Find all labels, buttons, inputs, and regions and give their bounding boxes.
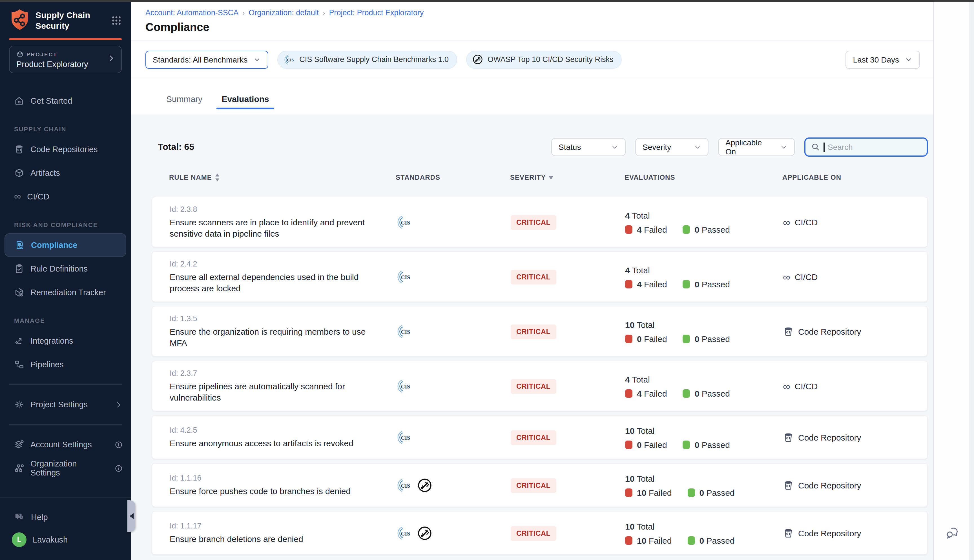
sidebar-item-get-started[interactable]: Get Started	[0, 89, 131, 113]
breadcrumb-separator-icon: ›	[323, 9, 325, 17]
sidebar-item-remediation-tracker[interactable]: Remediation Tracker	[0, 280, 131, 304]
tabs: Summary Evaluations	[131, 78, 933, 113]
code-repository-icon	[783, 528, 794, 538]
search-input[interactable]	[828, 143, 912, 152]
sidebar-item-organization-settings[interactable]: Organization Settings	[0, 456, 131, 480]
rule-row-id-2-3-8[interactable]: Id: 2.3.8 Ensure scanners are in place t…	[152, 197, 928, 247]
column-header-applicable-on: APPLICABLE ON	[782, 173, 917, 182]
table-toolbar: Total: 65 Status Severity Applicable On	[152, 137, 928, 157]
chevron-down-icon	[905, 55, 912, 63]
cicd-infinity-icon: ∞	[783, 382, 790, 390]
rule-id: Id: 2.3.7	[170, 369, 380, 377]
rule-name-cell: Id: 1.1.16 Ensure force pushes code to b…	[170, 474, 396, 497]
rule-name: Ensure the organization is requiring mem…	[170, 326, 380, 349]
failed-square-icon	[625, 488, 632, 497]
help-chat-icon: ?	[14, 512, 25, 523]
standards-cell: CIS	[396, 526, 511, 541]
severity-filter-dropdown[interactable]: Severity	[635, 138, 709, 156]
search-field[interactable]	[804, 137, 928, 157]
sidebar-item-account-settings[interactable]: Account Settings	[0, 433, 131, 456]
severity-cell: CRITICAL	[511, 526, 625, 540]
sidebar-item-compliance[interactable]: Compliance	[5, 233, 126, 257]
project-selector[interactable]: PROJECT Product Exploratory	[9, 46, 122, 73]
sidebar: Supply ChainSecurity PROJECT Produ	[0, 2, 131, 560]
info-icon[interactable]	[114, 440, 123, 449]
chevron-down-icon	[780, 143, 787, 151]
evaluations-total: 10 Total	[625, 426, 783, 435]
rule-name: Ensure scanners are in place to identify…	[170, 217, 380, 240]
sidebar-item-rule-definitions[interactable]: Rule Definitions	[0, 257, 131, 280]
sidebar-item-integrations[interactable]: Integrations	[0, 329, 131, 353]
evaluations-passed: 0 Passed	[683, 334, 730, 343]
breadcrumb-account-link[interactable]: Account: Automation-SSCA	[145, 8, 238, 17]
standards-cell: CIS	[396, 269, 511, 285]
evaluations-total: 4 Total	[625, 210, 783, 220]
rule-name-cell: Id: 1.3.5 Ensure the organization is req…	[170, 314, 396, 349]
cube-icon	[14, 168, 24, 178]
cis-logo-icon: CIS	[396, 430, 412, 445]
brand-divider	[9, 38, 122, 40]
severity-cell: CRITICAL	[511, 478, 625, 493]
standard-chip-owasp[interactable]: OWASP Top 10 CI/CD Security Risks	[466, 50, 622, 68]
app-window: Supply ChainSecurity PROJECT Produ	[0, 0, 974, 560]
breadcrumb-project-link[interactable]: Project: Product Exploratory	[329, 8, 424, 17]
clipboard-check-icon	[14, 264, 24, 274]
rule-row-id-4-2-5[interactable]: Id: 4.2.5 Ensure anonymous access to art…	[152, 415, 928, 459]
evaluations-cell: 10 Total 10 Failed 0 Passed	[625, 522, 783, 545]
sidebar-footer: ? Help L Lavakush	[0, 497, 131, 560]
infinity-icon: ∞	[14, 193, 21, 200]
sidebar-collapse-handle[interactable]	[127, 500, 135, 532]
rule-row-id-1-1-16[interactable]: Id: 1.1.16 Ensure force pushes code to b…	[152, 463, 928, 507]
svg-text:?: ?	[17, 513, 20, 518]
sidebar-item-label: Organization Settings	[30, 459, 108, 477]
page-scrollbar[interactable]	[969, 2, 974, 560]
sort-down-icon[interactable]	[549, 175, 554, 180]
cis-logo-icon: CIS	[396, 526, 412, 541]
rule-row-id-1-3-5[interactable]: Id: 1.3.5 Ensure the organization is req…	[152, 306, 928, 357]
standards-dropdown[interactable]: Standards: All Benchmarks	[145, 50, 268, 68]
evaluations-passed: 0 Passed	[683, 279, 730, 289]
apps-grid-icon[interactable]	[110, 14, 123, 27]
tab-evaluations[interactable]: Evaluations	[219, 94, 272, 113]
rule-id: Id: 4.2.5	[170, 426, 380, 434]
date-range-dropdown[interactable]: Last 30 Days	[846, 50, 920, 68]
support-chat-icon[interactable]	[945, 526, 959, 540]
applicable-on-cell: Code Repository	[783, 528, 916, 538]
rule-row-id-1-1-17[interactable]: Id: 1.1.17 Ensure branch deletions are d…	[152, 511, 928, 555]
sidebar-item-project-settings[interactable]: Project Settings	[0, 393, 131, 416]
standards-cell: CIS	[396, 430, 511, 445]
standard-chip-cis[interactable]: CIS CIS Software Supply Chain Benchmarks…	[277, 50, 457, 68]
pipelines-icon	[14, 360, 24, 370]
sidebar-item-user[interactable]: L Lavakush	[0, 528, 131, 551]
owasp-logo-icon	[417, 526, 432, 541]
rule-name: Ensure pipelines are automatically scann…	[170, 381, 380, 403]
status-filter-dropdown[interactable]: Status	[551, 138, 625, 156]
rule-row-id-2-3-7[interactable]: Id: 2.3.7 Ensure pipelines are automatic…	[152, 360, 928, 411]
applicable-on-filter-dropdown[interactable]: Applicable On	[718, 138, 795, 156]
evaluations-total: 10 Total	[625, 473, 783, 483]
applicable-on-label: Code Repository	[798, 480, 861, 490]
sort-both-icon[interactable]	[215, 173, 220, 182]
severity-badge: CRITICAL	[511, 270, 556, 284]
sidebar-item-artifacts[interactable]: Artifacts	[0, 161, 131, 185]
column-header-standards: STANDARDS	[396, 173, 510, 182]
info-icon[interactable]	[114, 464, 123, 472]
sidebar-item-help[interactable]: ? Help	[0, 506, 131, 528]
applicable-on-cell: Code Repository	[783, 432, 916, 443]
passed-square-icon	[687, 536, 695, 545]
applicable-on-cell: Code Repository	[783, 326, 916, 337]
breadcrumb-organization-link[interactable]: Organization: default	[249, 8, 319, 17]
doc-search-icon	[15, 240, 25, 250]
sidebar-item-pipelines[interactable]: Pipelines	[0, 353, 131, 376]
sidebar-item-code-repositories[interactable]: Code Repositories	[0, 137, 131, 161]
rule-name: Ensure branch deletions are denied	[170, 533, 380, 545]
chevron-right-icon	[114, 400, 123, 409]
rule-row-id-2-4-2[interactable]: Id: 2.4.2 Ensure all external dependenci…	[152, 251, 928, 302]
sidebar-item-ci-cd[interactable]: ∞CI/CD	[0, 185, 131, 208]
tab-summary[interactable]: Summary	[163, 94, 205, 113]
rule-name: Ensure all external dependencies used in…	[170, 272, 380, 294]
applicable-on-cell: Code Repository	[783, 480, 916, 491]
standards-cell: CIS	[396, 324, 511, 339]
gear-icon	[14, 400, 24, 410]
sidebar-divider	[9, 384, 122, 385]
